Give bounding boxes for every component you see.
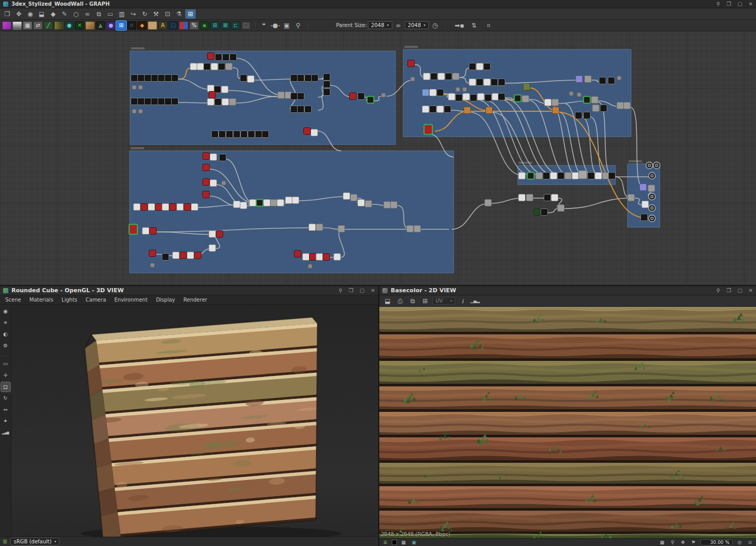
stack-columns-icon[interactable]: ⇅	[469, 21, 479, 30]
link-editor-icon[interactable]: ❐	[2, 9, 12, 19]
parent-size-select[interactable]: 2048 ▾	[368, 21, 392, 29]
grid-snap-icon[interactable]: ⊞	[185, 9, 196, 19]
snap-align-icon[interactable]: ⌗	[483, 21, 494, 30]
graph-node[interactable]	[210, 154, 217, 161]
graph-node[interactable]	[151, 98, 158, 105]
zoom-icon[interactable]: ○	[71, 9, 81, 19]
float-window-icon[interactable]: ❐	[726, 1, 731, 7]
split-tone-icon[interactable]	[54, 21, 63, 30]
graph-node[interactable]	[138, 98, 145, 105]
export-icon[interactable]: ↪	[128, 9, 138, 19]
close-icon[interactable]: ✕	[371, 288, 375, 293]
graph-node[interactable]	[445, 73, 452, 80]
graph-node[interactable]	[484, 63, 491, 70]
graph-node[interactable]	[262, 131, 269, 138]
graph-node[interactable]	[203, 179, 210, 186]
transform-node-icon[interactable]: ⊞	[117, 21, 126, 30]
graph-node[interactable]	[250, 200, 257, 206]
graph-node[interactable]	[572, 173, 579, 179]
text-node-icon[interactable]: A	[158, 21, 168, 30]
graph-node[interactable]	[298, 75, 304, 82]
graph-node[interactable]	[545, 99, 552, 106]
graph-node[interactable]	[641, 214, 648, 221]
graph-node[interactable]	[324, 81, 330, 88]
save-icon[interactable]: ⬓	[36, 9, 47, 19]
graph-node[interactable]	[222, 181, 226, 185]
snapshot-icon[interactable]: ◉	[25, 9, 35, 19]
graph-node[interactable]	[216, 231, 223, 238]
graph-node[interactable]	[264, 200, 271, 206]
graph-node[interactable]	[316, 254, 323, 261]
menu-camera[interactable]: Camera	[86, 297, 106, 303]
basecolor-texture[interactable]	[379, 307, 756, 538]
parent-size-select-2[interactable]: 2048 ▾	[405, 21, 429, 29]
graph-node[interactable]	[226, 63, 233, 70]
graph-node[interactable]	[184, 204, 191, 211]
graph-node[interactable]	[311, 129, 318, 136]
graph-node[interactable]	[219, 63, 225, 70]
wand-icon[interactable]: ✦	[1, 417, 10, 426]
graph-node[interactable]	[278, 92, 285, 99]
graph-node[interactable]	[628, 194, 635, 201]
graph-node[interactable]	[165, 98, 172, 105]
graph-node[interactable]	[132, 109, 136, 113]
levels-icon[interactable]: ▥	[117, 9, 127, 19]
send-to-icon[interactable]: ⊞	[420, 296, 430, 306]
geometry-icon[interactable]: ▭	[1, 359, 10, 369]
graph-node[interactable]	[486, 107, 493, 114]
graph-node[interactable]	[303, 254, 310, 261]
resize-output-icon[interactable]: ➡▪	[454, 21, 465, 30]
graph-wire[interactable]	[491, 198, 522, 203]
float-window-icon[interactable]: ❐	[349, 288, 353, 293]
graph-node[interactable]	[191, 204, 198, 211]
graph-node[interactable]	[298, 106, 304, 113]
graph-node[interactable]	[143, 228, 149, 235]
menu-environment[interactable]: Environment	[114, 297, 148, 303]
graph-node[interactable]	[240, 75, 247, 82]
filter-icon[interactable]: ⚗	[174, 9, 184, 19]
light-icon[interactable]: ☀	[1, 318, 10, 328]
graph-node[interactable]	[248, 76, 254, 83]
svg-node-icon[interactable]: ⬚	[169, 21, 178, 30]
graph-node[interactable]	[624, 102, 631, 109]
graph-node[interactable]	[170, 204, 176, 211]
slope-blur-icon[interactable]: ╱	[44, 21, 53, 30]
graph-node[interactable]	[162, 254, 169, 261]
graph-node[interactable]	[310, 254, 316, 261]
graph-node[interactable]	[498, 94, 505, 100]
graph-node[interactable]	[522, 96, 529, 102]
copy-image-icon[interactable]: ⧉	[407, 296, 418, 306]
graph-node[interactable]	[519, 194, 526, 201]
graph-node[interactable]	[223, 54, 229, 61]
rgba-split-icon[interactable]	[179, 21, 188, 30]
colorspace-select[interactable]: sRGB (default) ▾	[10, 538, 59, 545]
tile-node-icon[interactable]	[148, 21, 157, 30]
pin-icon[interactable]: ⚲	[716, 1, 720, 7]
cube-display-icon[interactable]: ◻	[1, 382, 10, 392]
zoom-field[interactable]: 30.00 %	[700, 539, 733, 545]
graph-node[interactable]	[600, 105, 607, 112]
gem-node-icon[interactable]: ◆	[137, 21, 147, 30]
graph-node[interactable]	[469, 79, 476, 86]
graph-node[interactable]	[599, 77, 606, 84]
graph-node[interactable]	[208, 53, 214, 60]
graph-node[interactable]	[277, 200, 284, 206]
graph-node[interactable]	[456, 87, 460, 92]
graph-node[interactable]	[255, 131, 262, 138]
info-icon[interactable]: i	[457, 296, 468, 306]
graph-node[interactable]	[463, 87, 467, 92]
graph-node[interactable]	[485, 95, 492, 101]
graph-node[interactable]	[323, 254, 330, 261]
graph-canvas[interactable]	[0, 31, 756, 285]
graph-node[interactable]	[552, 99, 559, 106]
noise-node-icon[interactable]: ⁙	[127, 21, 136, 30]
graph-node[interactable]	[407, 226, 414, 232]
graph-node[interactable]	[456, 95, 463, 101]
graph-node[interactable]	[208, 85, 214, 92]
tools-icon[interactable]: ⚒	[151, 9, 161, 19]
graph-node[interactable]	[195, 252, 201, 259]
uv-select[interactable]: UV ▾	[432, 297, 455, 305]
graph-node[interactable]	[304, 128, 311, 135]
graph-node[interactable]	[519, 173, 526, 179]
graph-node[interactable]	[464, 107, 471, 114]
